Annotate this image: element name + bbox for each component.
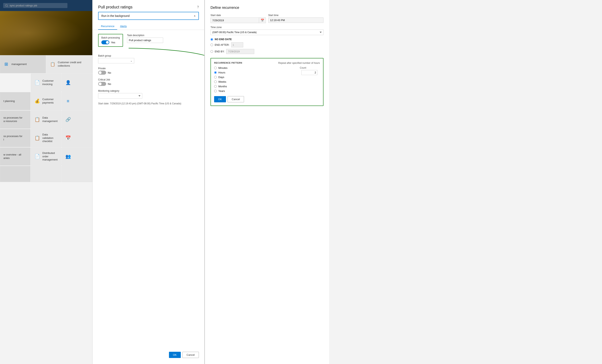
batch-processing-value: Yes	[111, 41, 115, 44]
pull-product-modal: Pull product ratings ? Run in the backgr…	[92, 0, 205, 364]
rp-months-radio[interactable]	[214, 85, 217, 88]
pull-modal-cancel-button[interactable]: Cancel	[183, 352, 199, 358]
end-after-row: END AFTER:	[211, 42, 323, 47]
nav-tile-customer-payments[interactable]: 💰 Customer payments	[31, 92, 61, 110]
nav-tile-customer-credit[interactable]: 📋 Customer credit and collections	[46, 55, 92, 73]
private-toggle[interactable]	[98, 71, 106, 75]
tab-alerts[interactable]: Alerts	[117, 23, 129, 30]
critical-job-toggle[interactable]	[98, 82, 106, 86]
rp-minutes-radio[interactable]	[214, 67, 217, 69]
recurrence-title: Define recurrence	[211, 6, 323, 10]
timezone-label: Time zone	[211, 26, 323, 29]
rp-hours-radio[interactable]	[214, 71, 217, 74]
tile-icon-distributed: 📄	[34, 154, 40, 159]
tile-label-data-mgmt: Data management	[42, 116, 58, 123]
tile-icon-r3: 👤	[65, 80, 71, 85]
monitoring-category-row: Monitoring category	[98, 89, 199, 98]
rp-cancel-button[interactable]: Cancel	[227, 96, 244, 102]
rp-options: Minutes Hours Days Weeks Months	[214, 66, 227, 93]
private-label: Private	[98, 67, 199, 70]
start-date-input[interactable]	[211, 18, 259, 23]
svg-point-0	[5, 4, 7, 6]
private-row: Private No	[98, 67, 199, 75]
nav-tile-processes2[interactable]: ss processes forl	[0, 129, 31, 147]
nav-tile-data-management[interactable]: 📋 Data management	[31, 111, 61, 129]
tile-label-management: management	[11, 63, 27, 66]
nav-tile-distributed-order[interactable]: 📄 Distributed order management	[31, 148, 61, 166]
nav-tile-planning[interactable]: t planning	[0, 92, 31, 110]
tile-label-data-val: Data validation checklist	[42, 133, 58, 143]
count-label: Count	[300, 66, 320, 69]
task-description-section: Task description	[127, 34, 199, 43]
recurrence-pattern-box: RECURRENCE PATTERN Repeat after specifie…	[211, 58, 323, 106]
batch-processing-section: Batch processing Yes	[98, 34, 123, 51]
rp-repeat-label: Repeat after specified number of hours	[278, 62, 320, 64]
pull-modal-footer: OK Cancel	[169, 352, 199, 358]
end-after-radio[interactable]	[211, 43, 213, 46]
rp-weeks-radio[interactable]	[214, 80, 217, 83]
monitoring-cat-label: Monitoring category	[98, 89, 199, 92]
search-box[interactable]: sync product ratings job	[3, 3, 67, 8]
nav-tile-r6[interactable]: 📅	[62, 129, 92, 147]
rp-weeks-label: Weeks	[218, 80, 226, 83]
tile-icon-data-val: 📋	[34, 135, 40, 141]
tab-recurrence[interactable]: Recurrence	[98, 23, 117, 30]
nav-tile-r7[interactable]: 👥	[62, 148, 92, 166]
nav-tile-management[interactable]: ⊞ management	[0, 55, 46, 73]
rp-days-row: Days	[214, 76, 227, 79]
tile-icon-r7: 👥	[65, 154, 71, 159]
nav-tile-customer-invoicing[interactable]: 📄 Customer invoicing	[31, 74, 61, 92]
tile-icon-credit: 📋	[50, 62, 55, 67]
monitoring-cat-select[interactable]	[98, 93, 142, 98]
tile-label-payments: Customer payments	[42, 98, 58, 105]
start-date-info: Start date: 7/29/2019 (12:19:43 pm) (GMT…	[93, 102, 204, 105]
start-date-time-row: Start date 📅 Start time	[211, 14, 323, 23]
end-after-count[interactable]	[231, 42, 243, 47]
start-date-wrap: 📅	[211, 17, 266, 23]
tile-icon-invoicing: 📄	[34, 80, 40, 85]
search-text: sync product ratings job	[10, 4, 37, 7]
batch-group-row: Batch group ⌄	[98, 54, 199, 64]
task-desc-input[interactable]	[127, 38, 163, 43]
batch-group-dropdown-icon[interactable]: ⌄	[129, 58, 134, 63]
rp-days-radio[interactable]	[214, 76, 217, 78]
nav-tile-data-validation[interactable]: 📋 Data validation checklist	[31, 129, 61, 147]
end-after-label: END AFTER:	[215, 43, 230, 46]
end-by-radio[interactable]	[211, 50, 213, 53]
nav-tile-overview[interactable]: w overview - allanies	[0, 148, 31, 166]
search-icon	[5, 4, 8, 7]
rp-ok-button[interactable]: OK	[214, 96, 226, 102]
pull-modal-ok-button[interactable]: OK	[169, 352, 181, 358]
nav-tile-bottom1[interactable]	[0, 166, 31, 182]
tile-label-distributed: Distributed order management	[42, 151, 58, 162]
tile-icon-data-mgmt: 📋	[34, 117, 40, 122]
start-time-input[interactable]	[268, 17, 324, 23]
rp-hours-row: Hours	[214, 71, 227, 74]
critical-job-value: No	[108, 83, 111, 86]
timezone-select[interactable]: (GMT-08:00) Pacific Time (US & Canada)	[211, 30, 323, 35]
critical-job-label: Critical Job	[98, 78, 199, 81]
hero-image	[0, 11, 92, 55]
end-by-date-input[interactable]	[226, 49, 254, 54]
nav-tile-r4[interactable]: ≡	[62, 92, 92, 110]
nav-tile-bottom3[interactable]	[62, 166, 92, 182]
batch-group-label: Batch group	[98, 54, 199, 57]
nav-tile-processes1[interactable]: ss processes fora resources	[0, 111, 31, 129]
nav-tile-r5[interactable]: 🔗	[62, 111, 92, 129]
batch-group-input[interactable]	[98, 58, 129, 63]
run-bg-label: Run in the background	[101, 14, 130, 17]
rp-years-radio[interactable]	[214, 90, 217, 92]
no-end-date-radio[interactable]	[211, 38, 213, 41]
calendar-icon[interactable]: 📅	[259, 18, 266, 23]
chevron-up-icon: ∧	[194, 14, 196, 17]
rp-count-section: Count	[300, 66, 320, 93]
run-bg-dropdown[interactable]: Run in the background ∧	[98, 12, 199, 20]
nav-tile-r3[interactable]: 👤	[62, 74, 92, 92]
help-icon[interactable]: ?	[197, 5, 199, 9]
count-input[interactable]	[301, 70, 317, 75]
tile-label-planning: t planning	[3, 99, 15, 103]
batch-processing-toggle[interactable]	[101, 40, 109, 44]
no-end-date-label: NO END DATE	[215, 38, 232, 41]
nav-tile-bottom2[interactable]	[31, 166, 61, 182]
tile-label-invoicing: Customer invoicing	[42, 79, 58, 86]
